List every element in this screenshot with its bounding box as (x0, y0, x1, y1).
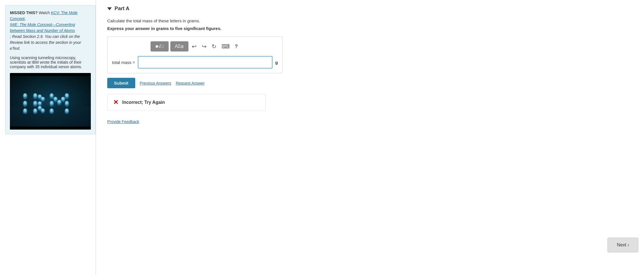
svg-point-10 (37, 101, 42, 106)
iwe-link[interactable]: IWE: The Mole Concept—Converting between… (10, 22, 75, 33)
feedback-text: Incorrect; Try Again (122, 100, 165, 105)
svg-point-25 (64, 114, 69, 115)
svg-point-12 (40, 108, 45, 113)
svg-point-17 (57, 100, 61, 106)
left-panel: MISSED THIS? Watch KCV: The Mole Concept… (5, 5, 96, 134)
stm-image (10, 73, 91, 130)
incorrect-icon: ✕ (113, 99, 118, 106)
toolbar: ■√□ ΑΣφ ↩ ↪ ↻ ⌨ ? (112, 41, 278, 51)
svg-point-9 (40, 97, 45, 102)
svg-point-3 (23, 101, 27, 107)
feedback-box: ✕ Incorrect; Try Again (107, 94, 266, 111)
collapse-icon[interactable] (107, 7, 112, 10)
watch-label: Watch (39, 10, 50, 15)
svg-point-22 (23, 114, 28, 115)
question-text: Calculate the total mass of these letter… (107, 18, 633, 23)
answer-label: total mass = (112, 60, 135, 65)
svg-point-20 (65, 101, 69, 107)
instruction-text: Express your answer in grams to five sig… (107, 26, 633, 31)
svg-point-15 (49, 108, 54, 114)
right-panel: Part A Calculate the total mass of these… (96, 0, 644, 275)
svg-point-18 (61, 97, 65, 102)
answer-input[interactable] (138, 56, 272, 68)
svg-point-14 (49, 101, 54, 107)
svg-point-5 (33, 93, 37, 99)
svg-point-13 (49, 93, 54, 99)
reset-btn[interactable]: ↻ (210, 42, 218, 51)
provide-feedback-button[interactable]: Provide Feedback (107, 119, 139, 124)
unit-label: g (275, 60, 278, 65)
svg-point-21 (65, 108, 69, 114)
redo-btn[interactable]: ↪ (200, 42, 208, 51)
help-btn[interactable]: ? (233, 42, 240, 51)
part-label: Part A (115, 6, 129, 12)
svg-point-24 (49, 114, 54, 115)
greek-toolbar-btn[interactable]: ΑΣφ (170, 41, 188, 51)
undo-btn[interactable]: ↩ (190, 42, 198, 51)
description-text: Using scanning tunneling microscopy, sci… (10, 55, 91, 69)
math-btn-icon: ■√□ (155, 44, 163, 49)
read-text: ; Read Section 2.9. You can click on the… (10, 34, 81, 51)
submit-button[interactable]: Submit (107, 78, 135, 88)
greek-btn-icon: ΑΣφ (175, 44, 184, 49)
svg-point-7 (33, 108, 37, 114)
svg-point-16 (53, 97, 58, 102)
previous-answers-button[interactable]: Previous Answers (140, 81, 171, 85)
missed-this-section: MISSED THIS? Watch KCV: The Mole Concept… (10, 10, 91, 51)
part-a-header: Part A (107, 6, 633, 12)
answer-box: ■√□ ΑΣφ ↩ ↪ ↻ ⌨ ? total mass = g (107, 36, 283, 73)
svg-point-6 (33, 101, 37, 107)
next-button[interactable]: Next › (607, 238, 638, 252)
svg-point-23 (33, 114, 38, 115)
answer-row: total mass = g (112, 56, 278, 68)
svg-point-19 (65, 93, 69, 99)
svg-point-4 (23, 108, 27, 114)
missed-this-label: MISSED THIS? (10, 10, 38, 15)
math-toolbar-btn[interactable]: ■√□ (151, 41, 169, 51)
request-answer-button[interactable]: Request Answer (176, 81, 205, 85)
action-row: Submit Previous Answers Request Answer (107, 78, 283, 88)
svg-point-2 (23, 93, 27, 99)
keyboard-btn[interactable]: ⌨ (220, 42, 231, 51)
